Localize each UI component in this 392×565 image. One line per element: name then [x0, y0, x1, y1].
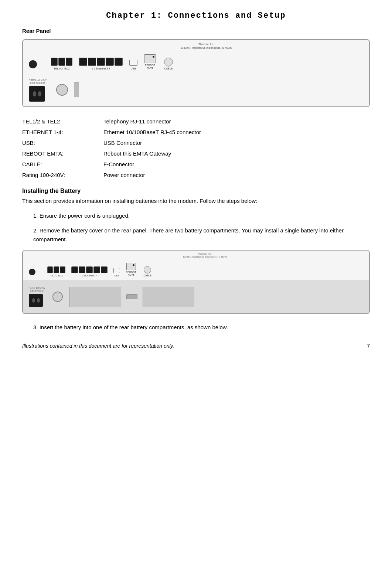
device-diagram-2: Thomson Inc. 10330 N. Meridian St. India… — [22, 250, 370, 314]
status-indicator-2 — [29, 269, 35, 275]
def-term-tel: TEL1/2 & TEL2 — [22, 118, 103, 125]
power-socket — [29, 86, 45, 102]
def-term-reboot: REBOOT EMTA: — [22, 150, 103, 157]
socket-hole-right-2 — [37, 298, 40, 303]
page-title: Chapter 1: Connections and Setup — [22, 11, 370, 20]
eth4-port-2 — [93, 266, 100, 273]
steps-list: 1. Ensure the power cord is unplugged. 2… — [33, 211, 370, 244]
cable-connector — [164, 58, 173, 67]
rating-label: Rating 100-240v~0.5A 50-60Hz — [29, 78, 47, 85]
tel3-port — [66, 58, 72, 66]
def-row-usb: USB: USB Connector — [22, 137, 370, 148]
def-desc-usb: USB Connector — [103, 140, 142, 146]
battery-slot-1 — [69, 287, 121, 307]
definitions-table: TEL1/2 & TEL2 Telephony RJ-11 connector … — [22, 116, 370, 180]
cable-label: CABLE — [164, 67, 173, 70]
knob — [56, 84, 68, 96]
tel-port-group-2: TEL1/ 2 TEL2 — [47, 266, 65, 277]
ethernet-label-2: 1 2 Ethernet 3 4 — [82, 275, 98, 277]
eth5-port — [115, 58, 123, 66]
tel1-port — [51, 58, 58, 66]
steps-list-2: 3. Insert the battery into one of the re… — [33, 323, 370, 332]
battery-slot-2 — [143, 287, 194, 307]
step-3: 3. Insert the battery into one of the re… — [33, 323, 370, 332]
power-socket-2 — [29, 294, 43, 307]
ethernet-port-group-2: 1 2 Ethernet 3 4 — [71, 266, 108, 277]
usb-port-group: USB — [129, 60, 137, 70]
def-row-tel: TEL1/2 & TEL2 Telephony RJ-11 connector — [22, 116, 370, 127]
cable-label-2: CABLE — [143, 274, 151, 277]
reboot-group-2: REBOOTEMTA — [126, 263, 136, 277]
eth3-port — [97, 58, 105, 66]
ethernet-port-group: 1 2 Ethernet 3 4 — [79, 58, 123, 70]
footer-note: Illustrations contained in this document… — [22, 343, 174, 349]
usb-port — [129, 60, 137, 66]
ethernet-label: 1 2 Ethernet 3 4 — [92, 67, 110, 70]
tel2-port-2 — [54, 266, 59, 273]
eth5-port-2 — [101, 266, 108, 273]
reboot-group: REBOOTEMTA — [144, 54, 156, 70]
def-term-usb: USB: — [22, 140, 103, 146]
eth4-port — [106, 58, 114, 66]
reboot-label-2: REBOOTEMTA — [126, 271, 136, 277]
def-desc-rating: Power connector — [103, 172, 145, 178]
device-diagram-1: Thomson Inc. 10330 N. Meridian St. India… — [22, 39, 370, 107]
def-row-reboot: REBOOT EMTA: Reboot this EMTA Gateway — [22, 148, 370, 159]
rating-label-2: Rating 100-240v~0.5A 50-60Hz — [29, 286, 45, 293]
battery-connector — [126, 294, 137, 299]
def-desc-cable: F-Connector — [103, 161, 134, 167]
tel-label-2: TEL1/ 2 TEL2 — [50, 275, 63, 277]
def-term-eth: ETHERNET 1-4: — [22, 129, 103, 135]
reboot-indicator — [153, 56, 154, 58]
usb-port-2 — [113, 268, 120, 273]
reboot-indicator-2 — [133, 264, 134, 266]
separator-bar — [74, 82, 79, 97]
def-row-eth: ETHERNET 1-4: Ethernet 10/100BaseT RJ-45… — [22, 127, 370, 137]
socket-hole-right — [38, 91, 41, 96]
step-1: 1. Ensure the power cord is unplugged. — [33, 211, 370, 220]
tel1-port-2 — [47, 266, 53, 273]
usb-label-2: USB — [115, 275, 119, 277]
def-desc-reboot: Reboot this EMTA Gateway — [103, 150, 171, 157]
def-term-rating: Rating 100-240V: — [22, 172, 103, 178]
reboot-label: REBOOTEMTA — [145, 64, 155, 70]
eth2-port — [88, 58, 96, 66]
eth3-port-2 — [86, 266, 93, 273]
page-number: 7 — [367, 343, 370, 349]
tel-port-group: TEL1/ 2 TEL2 — [51, 58, 72, 70]
cable-connector-2 — [144, 266, 151, 273]
socket-hole-left-2 — [32, 298, 35, 303]
device-info-2: Thomson Inc. 10330 N. Meridian St. India… — [183, 252, 227, 259]
eth2-port-2 — [79, 266, 85, 273]
usb-port-group-2: USB — [113, 268, 120, 277]
eth1-port — [79, 58, 87, 66]
status-indicator-1 — [29, 60, 37, 68]
device-info: Thomson Inc. 10330 N. Meridian St. India… — [181, 42, 232, 50]
step-2: 2. Remove the battery cover on the rear … — [33, 226, 370, 244]
socket-hole-left — [33, 91, 36, 96]
cable-group: CABLE — [164, 58, 173, 70]
def-desc-tel: Telephony RJ-11 connector — [103, 118, 171, 125]
tel3-port-2 — [60, 266, 65, 273]
eth1-port-2 — [71, 266, 78, 273]
cable-group-2: CABLE — [143, 266, 151, 277]
installing-battery-heading: Installing the Battery — [22, 188, 370, 194]
knob-2 — [52, 292, 63, 302]
tel-label: TEL1/ 2 TEL2 — [54, 67, 69, 70]
def-desc-eth: Ethernet 10/100BaseT RJ-45 connector — [103, 129, 201, 135]
installing-battery-intro: This section provides information on ins… — [22, 197, 370, 205]
def-term-cable: CABLE: — [22, 161, 103, 167]
tel2-port — [58, 58, 65, 66]
def-row-cable: CABLE: F-Connector — [22, 159, 370, 170]
def-row-rating: Rating 100-240V: Power connector — [22, 170, 370, 180]
usb-label: USB — [131, 67, 136, 70]
rear-panel-heading: Rear Panel — [22, 28, 370, 34]
